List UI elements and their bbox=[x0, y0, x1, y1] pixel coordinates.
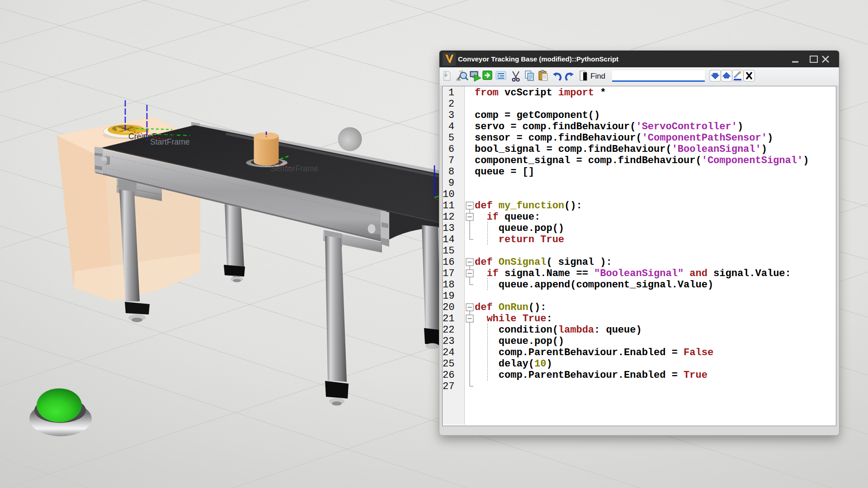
svg-text:SensorFrame: SensorFrame bbox=[270, 164, 318, 173]
svg-text:StartFrame: StartFrame bbox=[150, 137, 190, 146]
svg-text:Find: Find bbox=[590, 72, 605, 80]
